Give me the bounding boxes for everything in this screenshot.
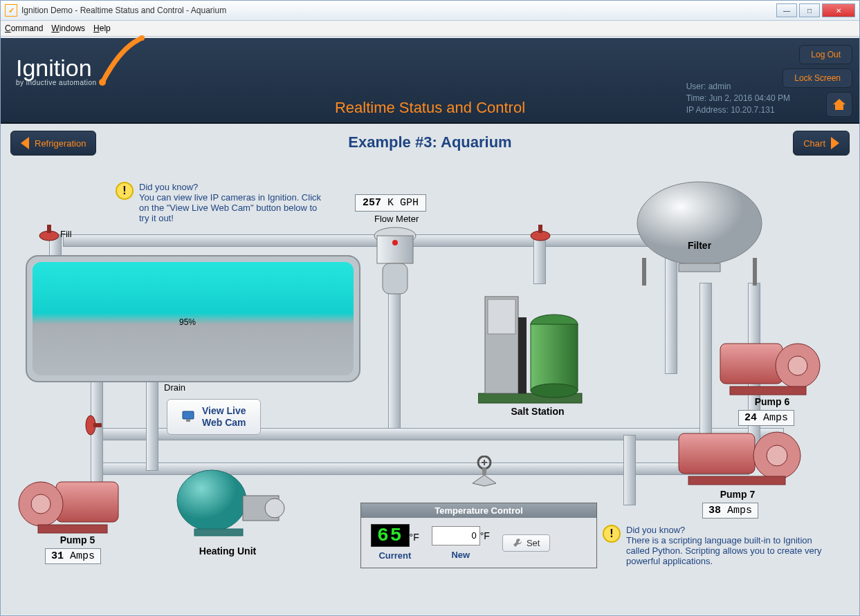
heating-unit-label: Heating Unit: [186, 545, 269, 557]
salt-valve[interactable]: [528, 223, 549, 239]
svg-rect-40: [730, 386, 806, 395]
arrow-right-icon: [831, 137, 839, 149]
pump-7-label: Pump 7: [706, 489, 769, 500]
tip-2-body: There is a scripting language built-in t…: [626, 535, 824, 566]
tip-2: ! Did you know? There is a scripting lan…: [603, 525, 824, 566]
aquarium-tank: 95%: [26, 255, 360, 382]
webcam-line1: View Live: [202, 405, 246, 416]
window-close-button[interactable]: ✕: [822, 3, 855, 17]
page-title: Example #3: Aquarium: [1, 133, 859, 151]
svg-rect-28: [194, 529, 243, 536]
temp-new-input[interactable]: [432, 526, 480, 545]
info-icon: !: [603, 525, 621, 543]
flow-meter-readout: 257 K GPH: [355, 194, 426, 212]
temp-title: Temperature Control: [361, 503, 596, 518]
svg-rect-32: [482, 468, 486, 475]
menu-help[interactable]: Help: [93, 24, 111, 33]
app-icon: ✓: [5, 4, 17, 17]
svg-point-1: [99, 79, 106, 86]
app-header: Ignition by inductive automation Realtim…: [1, 38, 859, 124]
webcam-line2: Web Cam: [202, 417, 246, 428]
menubar: Command Windows Help: [1, 21, 859, 37]
hand-valve[interactable]: [468, 456, 500, 487]
monitor-icon: [181, 410, 195, 424]
pump-6[interactable]: [713, 331, 810, 393]
window-title: Ignition Demo - Realtime Status and Cont…: [21, 6, 226, 15]
pump-5-amps-value: 31: [51, 550, 64, 562]
pipe: [699, 283, 712, 436]
flow-value: 257: [363, 197, 381, 209]
filter-vessel: [623, 175, 776, 292]
ip-label: IP Address:: [686, 105, 729, 115]
svg-rect-33: [56, 482, 118, 522]
pump-5-amps-unit: Amps: [70, 550, 95, 562]
salt-station-label: Salt Station: [496, 406, 579, 417]
pipe: [63, 234, 666, 247]
time-label: Time:: [686, 93, 707, 103]
temp-set-button[interactable]: Set: [502, 534, 551, 552]
pipe: [623, 435, 636, 505]
filter-label: Filter: [672, 240, 727, 251]
svg-rect-41: [679, 433, 755, 474]
pump-7-amps-value: 38: [708, 505, 721, 516]
nav-next-label: Chart: [803, 138, 825, 149]
user-label: User:: [686, 82, 706, 91]
pump-7-amps: 38 Amps: [702, 503, 758, 519]
view-webcam-button[interactable]: View LiveWeb Cam: [167, 399, 261, 435]
svg-point-14: [637, 182, 762, 265]
logo: Ignition by inductive automation: [16, 55, 97, 86]
logo-swoosh-icon: [99, 35, 154, 91]
svg-rect-21: [518, 317, 527, 393]
temp-current-label: Current: [371, 550, 419, 561]
svg-rect-10: [383, 263, 408, 294]
nav-next-button[interactable]: Chart: [793, 131, 850, 156]
tip-1: ! Did you know? You can view live IP cam…: [116, 182, 323, 223]
menu-command[interactable]: Command: [5, 24, 43, 33]
svg-point-11: [392, 240, 398, 245]
fill-valve[interactable]: [37, 223, 57, 239]
home-button[interactable]: [826, 92, 852, 117]
logout-button[interactable]: Log Out: [799, 45, 852, 64]
logo-byline: by inductive automation: [16, 79, 97, 86]
temp-new-unit: °F: [480, 530, 490, 541]
window-titlebar: ✓ Ignition Demo - Realtime Status and Co…: [1, 1, 859, 21]
pump-5-amps: 31 Amps: [45, 548, 101, 564]
tip-2-title: Did you know?: [626, 525, 824, 535]
temp-current-unit: °F: [410, 532, 419, 543]
window-minimize-button[interactable]: —: [776, 3, 797, 17]
wrench-icon: [513, 538, 522, 548]
menu-windows[interactable]: Windows: [51, 24, 85, 33]
fill-label: Fill: [60, 229, 72, 239]
home-icon: [832, 97, 847, 112]
svg-rect-44: [688, 476, 785, 485]
info-icon: !: [116, 182, 134, 200]
svg-point-43: [767, 445, 787, 466]
flow-meter-label: Flow Meter: [374, 214, 419, 224]
window-maximize-button[interactable]: □: [799, 3, 820, 17]
temp-current-readout: 65: [371, 524, 410, 547]
svg-rect-36: [38, 525, 107, 533]
pump-7[interactable]: [672, 421, 769, 483]
temp-set-label: Set: [527, 538, 540, 548]
svg-point-25: [177, 470, 246, 531]
content-area: Refrigeration Example #3: Aquarium Chart…: [1, 124, 859, 615]
pump-5[interactable]: [15, 469, 111, 532]
flow-meter-icon: [370, 225, 420, 301]
svg-rect-20: [488, 299, 515, 334]
pump-6-label: Pump 6: [741, 396, 803, 407]
tank-level: 95%: [179, 317, 196, 327]
temp-new-label: New: [432, 550, 490, 560]
svg-rect-23: [531, 324, 578, 391]
ip-value: 10.20.7.131: [731, 105, 774, 115]
time-value: Jun 2, 2016 04:40 PM: [709, 93, 790, 103]
drain-label: Drain: [164, 382, 185, 393]
svg-rect-12: [183, 411, 194, 419]
svg-point-24: [531, 384, 578, 398]
svg-point-0: [139, 35, 145, 41]
svg-rect-3: [47, 225, 51, 233]
flow-units: K GPH: [387, 197, 419, 209]
user-value: admin: [708, 82, 731, 91]
logo-text: Ignition: [16, 55, 92, 81]
pump5-valve[interactable]: [88, 413, 103, 433]
lock-screen-button[interactable]: Lock Screen: [783, 68, 852, 88]
